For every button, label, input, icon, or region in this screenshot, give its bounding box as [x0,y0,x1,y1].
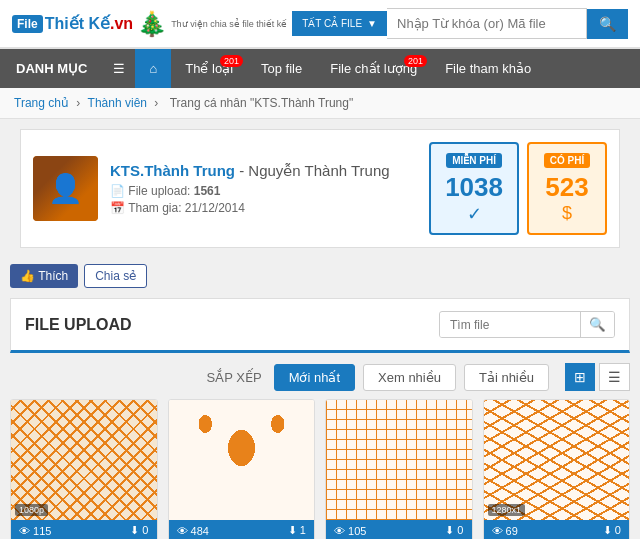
logo-text: Thiết Kế [45,14,110,33]
file-thumbnail [326,400,472,520]
free-count: 1038 [445,172,503,203]
profile-upload: 📄 File upload: 1561 [110,184,390,198]
file-stats-row: 👁 115 ⬇ 0 [11,520,157,539]
file-card[interactable]: 👁 105 ⬇ 0 ⬛ Autocad File Cad vách ngăn C… [325,399,473,539]
search-button[interactable]: 🔍 [587,9,628,39]
upload-section: FILE UPLOAD 🔍 SẮP XẾP Mới nhất Xem nhiều… [10,298,630,539]
download-count: ⬇ 0 [130,524,148,537]
paid-icon: $ [543,203,591,224]
view-count: 👁 105 [334,524,366,537]
profile-join: 📅 Tham gia: 21/12/2014 [110,201,390,215]
breadcrumb: Trang chủ › Thành viên › Trang cá nhân "… [0,88,640,119]
file-search-input[interactable] [440,313,580,337]
paid-label: CÓ PHÍ [544,153,590,168]
logo: File Thiết Kế .vn 🎄 Thư viện chia sẻ fil… [12,10,287,38]
download-count: ⬇ 1 [288,524,306,537]
search-input[interactable] [387,8,587,39]
logo-subtext: Thư viện chia sẻ file thiết kế [171,19,287,29]
view-count: 👁 69 [492,524,518,537]
badge-chatluong: 201 [404,55,427,67]
category-dropdown[interactable]: TẤT CẢ FILE ▼ [292,11,387,36]
nav-item-topfile[interactable]: Top file [247,49,316,88]
file-stats-row: 👁 69 ⬇ 0 [484,520,630,539]
file-search-button[interactable]: 🔍 [580,312,614,337]
grid-view-button[interactable]: ⊞ [565,363,595,391]
profile-info: KTS.Thành Trung - Nguyễn Thành Trung 📄 F… [110,162,390,215]
list-view-button[interactable]: ☰ [599,363,630,391]
paid-stat-box: CÓ PHÍ 523 $ [527,142,607,235]
download-count: ⬇ 0 [603,524,621,537]
file-card[interactable]: 1080p 👁 115 ⬇ 0 ⬛ Autocad Thiết kế autoc… [10,399,158,539]
breadcrumb-current: Trang cá nhân "KTS.Thành Trung" [170,96,354,110]
verified-icon: ✓ [445,203,503,225]
sort-newest[interactable]: Mới nhất [274,364,355,391]
chevron-down-icon: ▼ [367,18,377,29]
sort-label: SẮP XẾP [207,370,262,385]
breadcrumb-sep-1: › [76,96,83,110]
file-thumbnail [169,400,315,520]
nav-item-chatluong[interactable]: File chất lượng 201 [316,49,431,88]
search-bar: TẤT CẢ FILE ▼ 🔍 [292,8,628,39]
free-label: MIỄN PHÍ [446,153,502,168]
paid-count: 523 [543,172,591,203]
sidebar-menu-label[interactable]: DANH MỤC [0,49,103,88]
file-card[interactable]: 1280x1 👁 69 ⬇ 0 ⬛ Autocad Hàng rào sắt C… [483,399,631,539]
logo-domain: .vn [110,15,133,33]
file-thumbnail: 1080p [11,400,157,520]
breadcrumb-home[interactable]: Trang chủ [14,96,69,110]
nav-item-theloai[interactable]: Thể loại 201 [171,49,247,88]
watermark: 1280x1 [488,504,526,516]
social-bar: 👍 Thích Chia sẻ [0,258,640,288]
download-count: ⬇ 0 [445,524,463,537]
hamburger-icon[interactable]: ☰ [103,49,135,88]
dropdown-label: TẤT CẢ FILE [302,18,362,29]
header: File Thiết Kế .vn 🎄 Thư viện chia sẻ fil… [0,0,640,49]
watermark: 1080p [15,504,48,516]
upload-title: FILE UPLOAD [25,316,132,334]
nav-item-thamkhao[interactable]: File tham khảo [431,49,545,88]
logo-box: File [12,15,43,33]
badge-theloai: 201 [220,55,243,67]
view-count: 👁 115 [19,524,51,537]
profile-name: KTS.Thành Trung - Nguyễn Thành Trung [110,162,390,180]
upload-header: FILE UPLOAD 🔍 [10,298,630,353]
share-button[interactable]: Chia sẻ [84,264,147,288]
sort-mostdownloaded[interactable]: Tải nhiều [464,364,549,391]
free-stat-box: MIỄN PHÍ 1038 ✓ [429,142,519,235]
view-toggle: ⊞ ☰ [565,363,630,391]
sort-mostviewed[interactable]: Xem nhiều [363,364,456,391]
file-search: 🔍 [439,311,615,338]
file-thumbnail: 1280x1 [484,400,630,520]
file-stats-row: 👁 484 ⬇ 1 [169,520,315,539]
christmas-tree-icon: 🎄 [137,10,167,38]
file-card[interactable]: 👁 484 ⬇ 1 ⬛ Autocad Mẫu cắt vách ngăn CN… [168,399,316,539]
calendar-icon: 📅 [110,201,125,215]
like-button[interactable]: 👍 Thích [10,264,78,288]
avatar: 👤 [33,156,98,221]
sort-bar: SẮP XẾP Mới nhất Xem nhiều Tải nhiều ⊞ ☰ [10,353,630,399]
file-stats-row: 👁 105 ⬇ 0 [326,520,472,539]
profile-section: 👤 KTS.Thành Trung - Nguyễn Thành Trung 📄… [10,129,630,248]
navbar: DANH MỤC ☰ ⌂ Thể loại 201 Top file File … [0,49,640,88]
profile-stats: MIỄN PHÍ 1038 ✓ CÓ PHÍ 523 $ [429,142,607,235]
breadcrumb-members[interactable]: Thành viên [88,96,147,110]
file-grid: 1080p 👁 115 ⬇ 0 ⬛ Autocad Thiết kế autoc… [10,399,630,539]
breadcrumb-sep-2: › [154,96,161,110]
home-nav-button[interactable]: ⌂ [135,49,171,88]
upload-icon: 📄 [110,184,125,198]
view-count: 👁 484 [177,524,209,537]
